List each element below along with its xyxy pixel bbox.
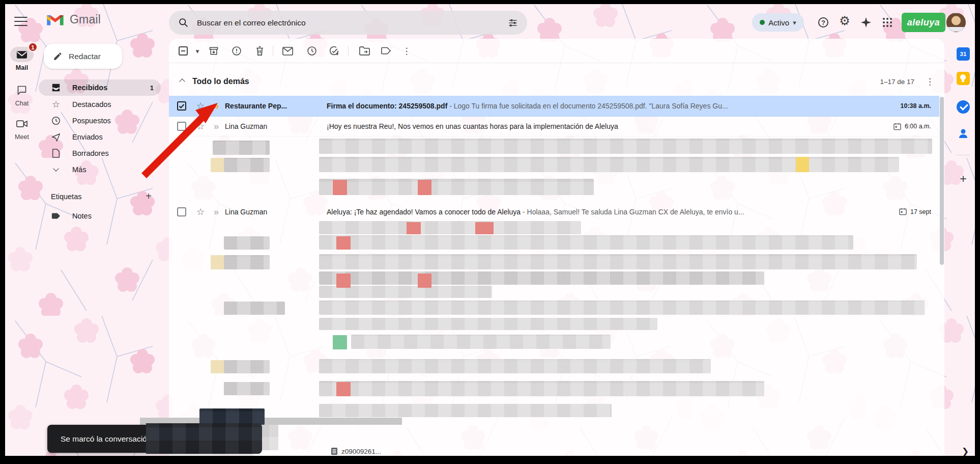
calendar-icon (899, 208, 907, 215)
clock-icon (51, 116, 61, 126)
rail-item-mail[interactable]: 1 Mail (6, 47, 38, 71)
collapse-section-icon[interactable] (179, 78, 185, 84)
sidebar-item-label: Notes (72, 212, 92, 220)
compose-button[interactable]: Redactar (44, 44, 122, 69)
labels-button[interactable] (380, 45, 392, 57)
redacted-block (319, 254, 917, 269)
sidebar-item-starred[interactable]: ☆ Destacados (39, 96, 161, 113)
get-add-ons-button[interactable]: + (957, 172, 970, 185)
rail-item-meet[interactable]: Meet (6, 116, 38, 141)
gmail-window: Gmail Buscar en el correo electrónico Ac… (0, 0, 980, 464)
draft-icon (51, 148, 61, 158)
email-subject: Firma el documento: 245259508.pdf (327, 102, 447, 110)
add-to-tasks-button[interactable] (328, 45, 340, 57)
sidebar-item-inbox[interactable]: Recibidos 1 (39, 79, 161, 96)
redacted-accent (336, 382, 351, 396)
email-time: 6:00 a.m. (887, 123, 939, 130)
move-to-button[interactable] (358, 45, 370, 57)
checkbox-checked-icon[interactable] (177, 101, 186, 111)
rail-item-chat[interactable]: Chat (6, 83, 38, 107)
workspace-logo-text: aleluya (907, 17, 940, 28)
expand-side-panel-icon[interactable]: ❯ (962, 446, 969, 457)
workspace-logo: aleluya (902, 13, 945, 32)
snooze-button[interactable] (306, 45, 318, 57)
mark-read-button[interactable] (281, 45, 294, 57)
gmail-m-icon (46, 12, 65, 26)
sidebar-item-label: Más (72, 166, 86, 174)
redacted-block (319, 318, 657, 330)
sidebar-item-label: Recibidos (72, 84, 107, 92)
mail-icon (16, 50, 27, 59)
sidebar-item-snoozed[interactable]: Pospuestos (39, 113, 161, 129)
redacted-accent (211, 158, 224, 172)
report-spam-button[interactable] (230, 45, 243, 57)
redacted-block (319, 139, 932, 154)
redacted-block (319, 359, 711, 373)
star-icon[interactable]: ☆ (195, 121, 206, 132)
sidebar-item-drafts[interactable]: Borradores (39, 145, 161, 161)
list-toolbar: ▾ (169, 39, 944, 63)
redacted-accent (211, 255, 224, 269)
search-input[interactable]: Buscar en el correo electrónico (169, 11, 527, 35)
chat-icon (17, 85, 27, 95)
side-panel-calendar-button[interactable]: 31 (956, 47, 970, 61)
redacted-accent (336, 274, 351, 288)
sidebar-item-label: Borradores (72, 149, 109, 157)
compose-label: Redactar (69, 52, 101, 61)
settings-button[interactable]: ⚙ (838, 14, 852, 28)
window-frame (0, 456, 980, 464)
email-line: Aleluya: ¡Te haz agendado! Vamos a conoc… (327, 208, 893, 216)
redacted-block (146, 423, 262, 454)
star-icon[interactable]: ☆ (195, 206, 206, 217)
email-sender: Lina Guzman (225, 208, 323, 216)
redacted-block (319, 235, 853, 250)
help-button[interactable]: ? (816, 15, 830, 30)
email-row-lina-agendado[interactable]: ☆ » Lina Guzman Aleluya: ¡Te haz agendad… (169, 202, 939, 222)
delete-button[interactable] (253, 45, 266, 57)
email-row-restaurante[interactable]: ☆ » Restaurante Pep... Firma el document… (169, 96, 939, 117)
select-dropdown-caret[interactable]: ▾ (191, 45, 204, 57)
checkbox-icon[interactable] (177, 122, 186, 131)
add-label-icon[interactable]: + (146, 190, 152, 202)
importance-marker-icon: » (211, 100, 222, 112)
help-icon: ? (818, 17, 828, 28)
redacted-block (319, 271, 764, 285)
chevron-down-icon (51, 165, 61, 175)
sidebar-item-label: Destacados (72, 100, 111, 108)
sidebar-item-label: Enviados (72, 133, 103, 141)
gemini-button[interactable] (859, 15, 873, 30)
search-options-icon[interactable] (508, 18, 518, 28)
calendar-app-icon: 31 (957, 47, 970, 61)
email-row-lina-reu[interactable]: ☆ » Lina Guzman ¡Hoy es nuestra Reu!, No… (169, 117, 939, 137)
gear-icon: ⚙ (839, 15, 850, 27)
side-panel-keep-button[interactable] (956, 71, 970, 86)
side-panel-contacts-button[interactable] (956, 126, 970, 141)
rail-label-mail: Mail (6, 64, 38, 71)
sidebar-label-notes[interactable]: Notes (39, 208, 161, 224)
email-line: ¡Hoy es nuestra Reu!, Nos vemos en unas … (327, 122, 887, 130)
star-icon: ☆ (51, 99, 61, 110)
download-chip[interactable]: z09009261... (331, 447, 381, 455)
star-icon[interactable]: ☆ (195, 100, 206, 112)
side-panel-tasks-button[interactable] (956, 100, 970, 114)
sidebar-item-sent[interactable]: Enviados (39, 129, 161, 145)
account-avatar[interactable] (946, 13, 966, 32)
sidebar-item-more[interactable]: Más (39, 161, 161, 178)
redacted-accent (333, 180, 347, 195)
checkbox-icon[interactable] (177, 207, 186, 216)
archive-button[interactable] (208, 45, 220, 57)
list-scrollbar[interactable] (940, 97, 944, 265)
redacted-accent (407, 222, 421, 234)
section-more-icon[interactable]: ⋮ (926, 76, 934, 87)
select-all-checkbox[interactable] (177, 45, 189, 57)
more-options-button[interactable]: ⋮ (400, 45, 413, 57)
main-menu-icon[interactable] (14, 15, 27, 28)
email-subject: ¡Hoy es nuestra Reu!, Nos vemos en unas … (327, 122, 618, 130)
redacted-accent (475, 222, 494, 234)
redacted-block (224, 255, 270, 269)
status-selector[interactable]: Activo ▾ (752, 13, 804, 32)
sidebar-item-label: Pospuestos (72, 117, 111, 125)
redacted-accent (796, 157, 809, 172)
redacted-block (319, 301, 925, 315)
apps-grid-button[interactable] (880, 15, 895, 30)
